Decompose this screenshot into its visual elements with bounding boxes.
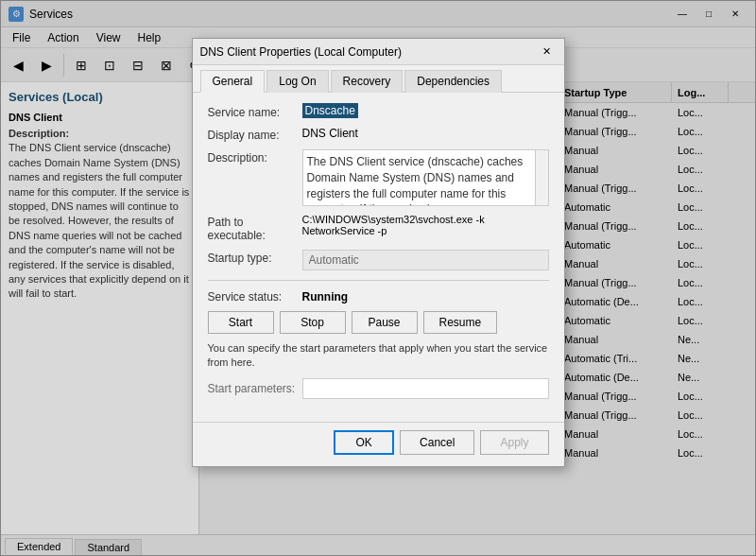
hint-text: You can specify the start parameters tha… <box>208 341 549 371</box>
description-scrollbar[interactable] <box>535 150 548 205</box>
start-params-label: Start parameters: <box>208 382 302 395</box>
dialog-tab-general[interactable]: General <box>200 70 266 93</box>
resume-button[interactable]: Resume <box>423 311 498 334</box>
apply-button[interactable]: Apply <box>480 430 548 455</box>
service-status-label: Service status: <box>208 290 302 304</box>
cancel-button[interactable]: Cancel <box>400 430 474 455</box>
dialog-tab-logon[interactable]: Log On <box>266 70 328 93</box>
service-status-row: Service status: Running <box>208 290 549 304</box>
start-params-row: Start parameters: <box>208 378 549 399</box>
startup-type-input[interactable] <box>302 250 549 270</box>
dialog-tabs: General Log On Recovery Dependencies <box>193 65 564 93</box>
display-name-value: DNS Client <box>302 127 549 140</box>
pause-button[interactable]: Pause <box>352 311 418 334</box>
startup-type-label: Startup type: <box>208 250 302 265</box>
section-divider <box>208 280 549 281</box>
start-params-input[interactable] <box>302 378 549 399</box>
dialog-footer: OK Cancel Apply <box>193 422 564 466</box>
description-row: Description: The DNS Client service (dns… <box>208 149 549 206</box>
dialog: DNS Client Properties (Local Computer) ✕… <box>192 38 565 467</box>
dialog-title-bar: DNS Client Properties (Local Computer) ✕ <box>193 39 564 65</box>
service-name-label: Service name: <box>208 104 302 119</box>
description-text: The DNS Client service (dnscache) caches… <box>307 155 524 206</box>
service-name-row: Service name: Dnscache <box>208 104 549 119</box>
description-textarea: The DNS Client service (dnscache) caches… <box>302 149 549 206</box>
path-row: Path to executable: C:\WINDOWS\system32\… <box>208 214 549 242</box>
dialog-title: DNS Client Properties (Local Computer) <box>200 45 402 59</box>
modal-overlay: DNS Client Properties (Local Computer) ✕… <box>0 0 756 556</box>
description-label: Description: <box>208 149 302 165</box>
stop-button[interactable]: Stop <box>280 311 346 334</box>
ok-button[interactable]: OK <box>334 430 394 455</box>
start-button[interactable]: Start <box>208 311 274 334</box>
display-name-label: Display name: <box>208 127 302 142</box>
dialog-close-button[interactable]: ✕ <box>538 43 557 61</box>
path-value: C:\WINDOWS\system32\svchost.exe -k Netwo… <box>302 214 549 236</box>
service-status-value: Running <box>302 290 349 304</box>
service-buttons: Start Stop Pause Resume <box>208 311 549 334</box>
service-name-highlight: Dnscache <box>302 103 358 118</box>
path-label: Path to executable: <box>208 214 302 242</box>
dialog-content: Service name: Dnscache Display name: DNS… <box>193 93 564 418</box>
service-name-value: Dnscache <box>302 104 549 117</box>
dialog-tab-dependencies[interactable]: Dependencies <box>404 70 502 93</box>
display-name-row: Display name: DNS Client <box>208 127 549 142</box>
startup-type-row: Startup type: <box>208 250 549 270</box>
dialog-tab-recovery[interactable]: Recovery <box>331 70 404 93</box>
